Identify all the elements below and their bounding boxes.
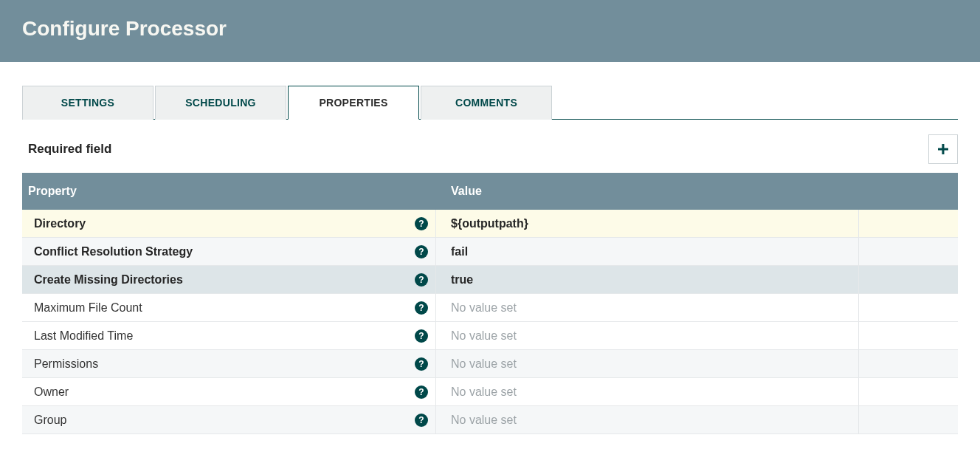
action-cell [858,350,958,377]
table-row[interactable]: Last Modified Time?No value set [22,322,958,350]
action-cell [858,406,958,433]
tab-settings[interactable]: SETTINGS [22,86,153,120]
table-row[interactable]: Create Missing Directories?true [22,266,958,294]
property-name: Permissions [34,357,98,371]
table-row[interactable]: Permissions?No value set [22,350,958,378]
plus-icon [937,143,949,155]
tab-bar: SETTINGS SCHEDULING PROPERTIES COMMENTS [22,86,958,120]
value-cell[interactable]: No value set [435,378,858,405]
property-name: Last Modified Time [34,329,133,343]
help-icon[interactable]: ? [415,385,428,399]
table-row[interactable]: Group?No value set [22,406,958,434]
property-name: Maximum File Count [34,301,142,315]
help-icon[interactable]: ? [415,217,428,230]
value-cell[interactable]: No value set [435,406,858,433]
property-cell: Maximum File Count? [22,294,435,321]
value-cell[interactable]: fail [435,238,858,265]
help-icon[interactable]: ? [415,273,428,287]
help-icon[interactable]: ? [415,414,428,427]
value-cell[interactable]: No value set [435,350,858,377]
property-cell: Group? [22,406,435,433]
property-cell: Create Missing Directories? [22,266,435,293]
action-cell [858,322,958,349]
property-cell: Permissions? [22,350,435,377]
help-icon[interactable]: ? [415,301,428,315]
tab-comments[interactable]: COMMENTS [421,86,552,120]
property-cell: Conflict Resolution Strategy? [22,238,435,265]
property-cell: Owner? [22,378,435,405]
dialog-title: Configure Processor [22,17,227,41]
value-cell[interactable]: ${outputpath} [435,210,858,237]
value-cell[interactable]: true [435,266,858,293]
value-cell[interactable]: No value set [435,322,858,349]
table-row[interactable]: Owner?No value set [22,378,958,406]
action-cell [858,210,958,237]
help-icon[interactable]: ? [415,357,428,371]
table-row[interactable]: Conflict Resolution Strategy?fail [22,238,958,266]
dialog-header: Configure Processor [0,0,980,62]
tab-properties[interactable]: PROPERTIES [288,86,419,120]
table-row[interactable]: Directory?${outputpath} [22,210,958,238]
properties-table-body: Directory?${outputpath}Conflict Resoluti… [22,210,958,434]
help-icon[interactable]: ? [415,329,428,343]
section-header-row: Required field [22,134,958,164]
properties-table-header: Property Value [22,173,958,210]
help-icon[interactable]: ? [415,245,428,258]
property-name: Create Missing Directories [34,273,183,287]
property-name: Directory [34,217,86,230]
required-field-label: Required field [22,142,111,157]
property-name: Group [34,414,66,427]
value-cell[interactable]: No value set [435,294,858,321]
table-row[interactable]: Maximum File Count?No value set [22,294,958,322]
dialog-content: SETTINGS SCHEDULING PROPERTIES COMMENTS … [0,62,980,434]
action-cell [858,266,958,293]
column-header-action [858,173,958,210]
property-name: Conflict Resolution Strategy [34,245,193,258]
column-header-value: Value [435,173,858,210]
action-cell [858,238,958,265]
action-cell [858,294,958,321]
column-header-property: Property [22,173,435,210]
property-name: Owner [34,385,69,399]
property-cell: Directory? [22,210,435,237]
add-property-button[interactable] [928,134,958,164]
property-cell: Last Modified Time? [22,322,435,349]
action-cell [858,378,958,405]
tab-scheduling[interactable]: SCHEDULING [155,86,286,120]
